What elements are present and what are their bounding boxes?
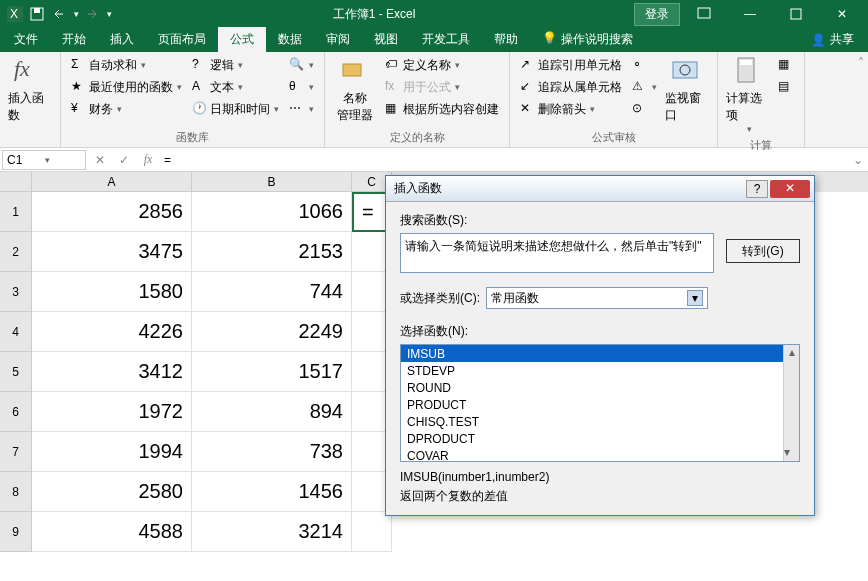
cell[interactable]: 3412: [32, 352, 192, 392]
name-manager-button[interactable]: 名称 管理器: [331, 54, 379, 126]
tab-home[interactable]: 开始: [50, 27, 98, 52]
save-icon[interactable]: [28, 5, 46, 23]
formula-input[interactable]: [160, 150, 848, 170]
calc-sheet-button[interactable]: ▤: [774, 76, 798, 98]
row-header[interactable]: 8: [0, 472, 32, 512]
row-header[interactable]: 3: [0, 272, 32, 312]
cell[interactable]: 1994: [32, 432, 192, 472]
cell[interactable]: 3475: [32, 232, 192, 272]
create-from-selection-button[interactable]: ▦根据所选内容创建: [381, 98, 503, 120]
tab-review[interactable]: 审阅: [314, 27, 362, 52]
financial-button[interactable]: ¥财务▾: [67, 98, 186, 120]
login-button[interactable]: 登录: [634, 3, 680, 26]
use-in-formula-button[interactable]: fx用于公式▾: [381, 76, 503, 98]
tab-formulas[interactable]: 公式: [218, 27, 266, 52]
cell[interactable]: 2249: [192, 312, 352, 352]
row-header[interactable]: 1: [0, 192, 32, 232]
col-header[interactable]: B: [192, 172, 352, 192]
tab-help[interactable]: 帮助: [482, 27, 530, 52]
tell-me[interactable]: 💡操作说明搜索: [530, 27, 645, 52]
category-select[interactable]: 常用函数▾: [486, 287, 708, 309]
cell[interactable]: 1580: [32, 272, 192, 312]
autosum-button[interactable]: Σ自动求和▾: [67, 54, 186, 76]
ribbon-display-icon[interactable]: [682, 0, 726, 28]
function-item[interactable]: DPRODUCT: [401, 430, 799, 447]
qat-customize-icon[interactable]: ▾: [107, 9, 112, 19]
lookup-button[interactable]: 🔍▾: [285, 54, 318, 76]
trace-precedents-button[interactable]: ↗追踪引用单元格: [516, 54, 626, 76]
share-button[interactable]: 👤共享: [799, 27, 866, 52]
collapse-ribbon-icon[interactable]: ˄: [858, 56, 864, 70]
cell[interactable]: 3214: [192, 512, 352, 552]
row-header[interactable]: 2: [0, 232, 32, 272]
tab-developer[interactable]: 开发工具: [410, 27, 482, 52]
tab-data[interactable]: 数据: [266, 27, 314, 52]
more-functions-button[interactable]: ⋯▾: [285, 98, 318, 120]
undo-dropdown-icon[interactable]: ▾: [74, 9, 79, 19]
cell[interactable]: 2580: [32, 472, 192, 512]
cell[interactable]: 4588: [32, 512, 192, 552]
function-listbox[interactable]: IMSUBSTDEVPROUNDPRODUCTCHISQ.TESTDPRODUC…: [400, 344, 800, 462]
show-formulas-button[interactable]: ⚬: [628, 54, 661, 76]
namebox-dropdown-icon[interactable]: ▾: [45, 155, 81, 165]
close-dialog-icon[interactable]: ✕: [770, 180, 810, 198]
tab-file[interactable]: 文件: [2, 27, 50, 52]
cell[interactable]: 1066: [192, 192, 352, 232]
remove-arrows-button[interactable]: ✕删除箭头▾: [516, 98, 626, 120]
name-box[interactable]: C1▾: [2, 150, 86, 170]
enter-icon[interactable]: ✓: [112, 153, 136, 167]
fx-bar-icon[interactable]: fx: [136, 152, 160, 167]
cell[interactable]: 1972: [32, 392, 192, 432]
cell[interactable]: [352, 512, 392, 552]
tab-view[interactable]: 视图: [362, 27, 410, 52]
cell[interactable]: 738: [192, 432, 352, 472]
row-header[interactable]: 7: [0, 432, 32, 472]
function-item[interactable]: STDEVP: [401, 362, 799, 379]
datetime-button[interactable]: 🕐日期和时间▾: [188, 98, 283, 120]
scrollbar[interactable]: ▴ ▾: [783, 345, 799, 461]
row-header[interactable]: 5: [0, 352, 32, 392]
undo-icon[interactable]: [50, 5, 68, 23]
function-item[interactable]: COVAR: [401, 447, 799, 462]
tab-insert[interactable]: 插入: [98, 27, 146, 52]
function-item[interactable]: PRODUCT: [401, 396, 799, 413]
close-icon[interactable]: ✕: [820, 0, 864, 28]
trace-dependents-button[interactable]: ↙追踪从属单元格: [516, 76, 626, 98]
function-item[interactable]: ROUND: [401, 379, 799, 396]
watch-window-button[interactable]: 监视窗口: [663, 54, 711, 126]
scroll-up-icon[interactable]: ▴: [784, 345, 799, 361]
text-button[interactable]: A文本▾: [188, 76, 283, 98]
cell[interactable]: 744: [192, 272, 352, 312]
error-check-button[interactable]: ⚠▾: [628, 76, 661, 98]
redo-icon[interactable]: [83, 5, 101, 23]
cell[interactable]: 1456: [192, 472, 352, 512]
row-header[interactable]: 4: [0, 312, 32, 352]
minimize-icon[interactable]: —: [728, 0, 772, 28]
scroll-down-icon[interactable]: ▾: [784, 445, 790, 461]
function-item[interactable]: CHISQ.TEST: [401, 413, 799, 430]
cancel-icon[interactable]: ✕: [88, 153, 112, 167]
function-item[interactable]: IMSUB: [401, 345, 799, 362]
dialog-titlebar[interactable]: 插入函数 ? ✕: [386, 176, 814, 202]
logical-button[interactable]: ?逻辑▾: [188, 54, 283, 76]
expand-formula-icon[interactable]: ⌄: [848, 153, 868, 167]
help-icon[interactable]: ?: [746, 180, 768, 198]
define-name-button[interactable]: 🏷定义名称▾: [381, 54, 503, 76]
select-all-corner[interactable]: [0, 172, 32, 192]
math-button[interactable]: θ▾: [285, 76, 318, 98]
insert-function-button[interactable]: fx 插入函数: [6, 54, 54, 126]
evaluate-button[interactable]: ⊙: [628, 98, 661, 120]
tab-layout[interactable]: 页面布局: [146, 27, 218, 52]
maximize-icon[interactable]: [774, 0, 818, 28]
cell[interactable]: 2856: [32, 192, 192, 232]
row-header[interactable]: 9: [0, 512, 32, 552]
cell[interactable]: 1517: [192, 352, 352, 392]
goto-button[interactable]: 转到(G): [726, 239, 800, 263]
recent-functions-button[interactable]: ★最近使用的函数▾: [67, 76, 186, 98]
calc-now-button[interactable]: ▦: [774, 54, 798, 76]
calc-options-button[interactable]: 计算选项 ▾: [724, 54, 772, 136]
col-header[interactable]: A: [32, 172, 192, 192]
cell[interactable]: 4226: [32, 312, 192, 352]
cell[interactable]: 894: [192, 392, 352, 432]
cell[interactable]: 2153: [192, 232, 352, 272]
